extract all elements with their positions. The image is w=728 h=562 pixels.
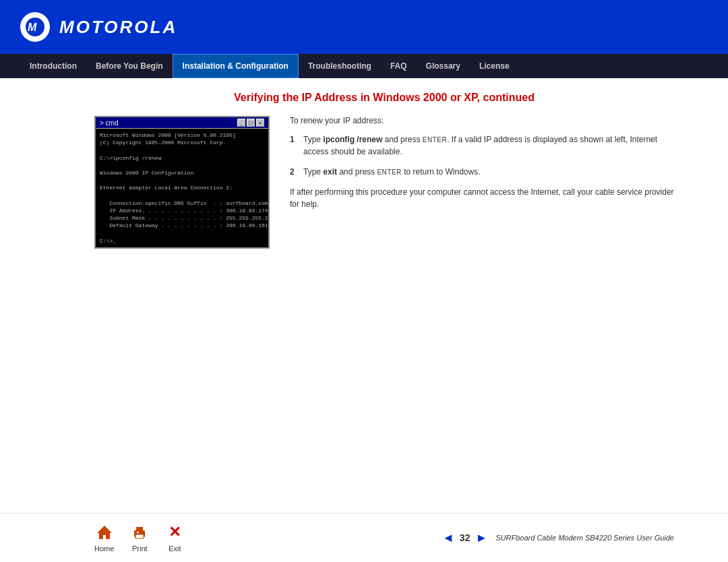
footer: Home Print ✕ Exit: [0, 513, 728, 562]
footer-right: ◄ 32 ► SURFboard Cable Modem SB4220 Seri…: [442, 531, 674, 545]
guide-label: SURFboard Cable Modem SB4220 Series User…: [495, 534, 674, 542]
step-1-text: Type ipconfig /renew and press ENTER. If…: [303, 133, 674, 158]
motorola-logo-icon: M: [25, 17, 45, 37]
cmd-window: > cmd _ □ × Microsoft Windows 2000 [Vers…: [94, 116, 270, 249]
print-icon: [130, 523, 149, 542]
svg-rect-4: [136, 527, 143, 531]
svg-rect-6: [137, 532, 139, 533]
step-1-bold: ipconfig /renew: [323, 135, 382, 144]
page-wrapper: M MOTOROLA Introduction Before You Begin…: [0, 0, 728, 562]
content-area: > cmd _ □ × Microsoft Windows 2000 [Vers…: [94, 116, 674, 249]
close-button[interactable]: ×: [256, 119, 264, 127]
main-content: Verifying the IP Address in Windows 2000…: [0, 78, 728, 513]
intro-text: To renew your IP address:: [290, 116, 674, 125]
step-1-enter: ENTER: [423, 136, 447, 144]
step-2: 2 Type exit and press ENTER to return to…: [290, 166, 674, 178]
home-icon: [95, 523, 114, 542]
svg-text:M: M: [28, 22, 37, 33]
exit-icon: ✕: [165, 523, 184, 542]
print-label: Print: [132, 544, 148, 553]
step-2-text: Type exit and press ENTER to return to W…: [303, 166, 674, 178]
motorola-badge: M: [20, 12, 50, 42]
step-2-bold: exit: [323, 167, 337, 177]
cmd-title-text: > cmd: [100, 119, 119, 127]
header-bar: M MOTOROLA: [0, 0, 728, 54]
nav-item-introduction[interactable]: Introduction: [20, 54, 86, 78]
prev-page-arrow[interactable]: ◄: [442, 531, 454, 545]
nav-bar: Introduction Before You Begin Installati…: [0, 54, 728, 78]
svg-marker-2: [97, 526, 112, 539]
motorola-logo-text: MOTOROLA: [59, 17, 177, 38]
minimize-button[interactable]: _: [237, 119, 245, 127]
home-label: Home: [94, 544, 114, 553]
exit-label: Exit: [169, 544, 181, 553]
nav-item-faq[interactable]: FAQ: [381, 54, 417, 78]
home-button[interactable]: Home: [94, 523, 114, 553]
exit-button[interactable]: ✕ Exit: [165, 523, 184, 553]
step-1-number: 1: [290, 133, 298, 158]
cmd-controls: _ □ ×: [237, 119, 264, 127]
page-nav: ◄ 32 ►: [442, 531, 487, 545]
text-content: To renew your IP address: 1 Type ipconfi…: [290, 116, 674, 210]
nav-item-troubleshooting[interactable]: Troubleshooting: [299, 54, 381, 78]
step-2-enter: ENTER: [377, 168, 401, 176]
footer-nav-icons: Home Print ✕ Exit: [94, 523, 184, 553]
nav-item-before-you-begin[interactable]: Before You Begin: [86, 54, 173, 78]
next-page-arrow[interactable]: ►: [475, 531, 487, 545]
page-number: 32: [460, 532, 471, 543]
logo-area: M MOTOROLA: [20, 12, 177, 42]
cmd-titlebar: > cmd _ □ ×: [96, 117, 268, 129]
cmd-body: Microsoft Windows 2000 [Version 5.00.219…: [96, 129, 268, 247]
print-button[interactable]: Print: [130, 523, 149, 553]
step-2-number: 2: [290, 166, 298, 178]
nav-item-glossary[interactable]: Glossary: [417, 54, 470, 78]
maximize-button[interactable]: □: [247, 119, 255, 127]
step-1: 1 Type ipconfig /renew and press ENTER. …: [290, 133, 674, 158]
nav-item-license[interactable]: License: [470, 54, 519, 78]
svg-rect-5: [135, 534, 144, 538]
page-title: Verifying the IP Address in Windows 2000…: [94, 92, 674, 104]
nav-item-installation[interactable]: Installation & Configuration: [173, 54, 299, 78]
note-text: If after performing this procedure your …: [290, 186, 674, 210]
